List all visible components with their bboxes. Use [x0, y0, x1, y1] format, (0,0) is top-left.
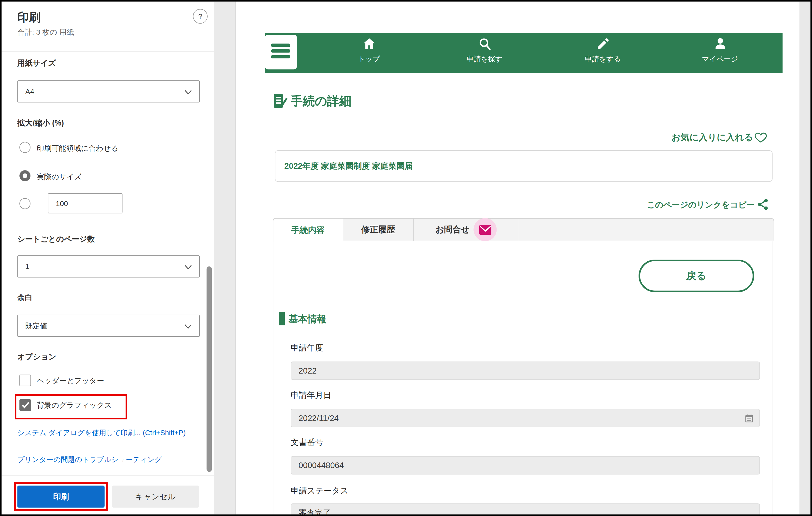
margins-select[interactable]: 既定値: [18, 315, 200, 337]
dialog-scrollbar-thumb[interactable]: [207, 267, 212, 472]
print-dialog-title: 印刷: [18, 9, 40, 25]
checkmark-icon: [20, 400, 30, 410]
custom-scale-input[interactable]: 100: [48, 193, 123, 213]
options-section-label: オプション: [18, 352, 57, 362]
pencil-icon: [596, 37, 610, 51]
field-label-year: 申請年度: [291, 343, 323, 354]
mail-icon: [479, 224, 492, 235]
nav-item-label: 申請をする: [558, 55, 648, 64]
field-label-docnumber: 文書番号: [291, 437, 323, 448]
margins-label: 余白: [18, 293, 33, 303]
pages-per-sheet-value: 1: [25, 262, 29, 271]
sheet-count-text: 合計: 3 枚の 用紙: [18, 28, 74, 37]
field-value-status: 審査完了: [291, 504, 760, 516]
print-button[interactable]: 印刷: [18, 486, 105, 508]
custom-scale-radio[interactable]: [20, 198, 30, 209]
background-graphics-label: 背景のグラフィックス: [37, 401, 112, 411]
calendar-icon: [745, 414, 753, 422]
margins-value: 既定値: [25, 322, 48, 330]
field-label-status: 申請ステータス: [291, 486, 348, 496]
header-footer-checkbox[interactable]: [20, 374, 31, 386]
field-value-docnumber: 0000448064: [291, 456, 760, 475]
print-dialog-panel: 印刷 合計: 3 枚の 用紙 ? 用紙サイズ A4 拡大/縮小 (%) 印刷可能…: [1, 1, 214, 514]
question-icon: ?: [198, 12, 202, 20]
nav-item-label: マイページ: [675, 55, 765, 64]
field-value-text: 審査完了: [298, 508, 331, 516]
footer-divider: [1, 475, 214, 476]
copy-page-link[interactable]: このページのリンクをコピー: [578, 198, 770, 211]
section-marker: [279, 312, 285, 325]
home-icon: [362, 37, 376, 51]
add-favorite-link[interactable]: お気に入りに入れる: [604, 131, 767, 144]
printer-troubleshoot-link[interactable]: プリンターの問題のトラブルシューティング: [18, 455, 162, 465]
field-value-text: 0000448064: [298, 461, 344, 469]
fit-printable-area-radio[interactable]: [20, 142, 30, 153]
field-value-text: 2022/11/24: [298, 414, 339, 422]
chevron-down-icon: [184, 90, 192, 95]
pages-per-sheet-label: シートごとのページ数: [18, 234, 95, 244]
procedure-detail-icon: [272, 93, 288, 109]
field-value-year: 2022: [291, 362, 760, 380]
nav-item-top[interactable]: トップ: [324, 37, 414, 64]
menu-button[interactable]: [265, 35, 297, 69]
tab-contact-label: お問合せ: [436, 218, 470, 241]
page-title: 手続の詳細: [291, 93, 351, 109]
pages-per-sheet-select[interactable]: 1: [18, 255, 200, 277]
nav-item-search[interactable]: 申請を探す: [440, 37, 529, 64]
section-title: 基本情報: [288, 313, 326, 325]
paper-size-value: A4: [25, 87, 34, 95]
preview-gutter: [214, 1, 236, 514]
share-icon: [757, 198, 769, 211]
tab-revision-history[interactable]: 修正履歴: [343, 218, 414, 241]
mail-icon-circle: [474, 218, 497, 241]
screenshot-root: 印刷 合計: 3 枚の 用紙 ? 用紙サイズ A4 拡大/縮小 (%) 印刷可能…: [0, 0, 812, 516]
back-button[interactable]: 戻る: [639, 260, 754, 292]
chevron-down-icon: [184, 265, 192, 269]
copy-page-link-label: このページのリンクをコピー: [647, 200, 755, 209]
background-graphics-checkbox[interactable]: [20, 399, 31, 411]
tab-procedure-content[interactable]: 手続内容: [273, 218, 343, 242]
system-dialog-print-link[interactable]: システム ダイアログを使用して印刷... (Ctrl+Shift+P): [18, 428, 186, 438]
field-value-text: 2022: [298, 366, 317, 375]
custom-scale-value: 100: [56, 199, 68, 208]
paper-size-label: 用紙サイズ: [18, 58, 56, 68]
chevron-down-icon: [184, 324, 192, 329]
hamburger-icon: [271, 49, 290, 53]
cancel-button[interactable]: キャンセル: [112, 486, 199, 508]
nav-item-label: トップ: [324, 55, 414, 64]
field-value-date: 2022/11/24: [291, 409, 760, 427]
fit-printable-area-label: 印刷可能領域に合わせる: [37, 144, 118, 153]
scale-section-label: 拡大/縮小 (%): [18, 118, 64, 128]
hamburger-icon: [271, 44, 290, 47]
field-label-date: 申請年月日: [291, 390, 331, 401]
nav-item-label: 申請を探す: [440, 55, 529, 64]
actual-size-radio[interactable]: [20, 170, 30, 181]
heart-icon: [754, 131, 767, 143]
add-favorite-label: お気に入りに入れる: [671, 132, 753, 143]
procedure-name: 2022年度 家庭菜園制度 家庭菜園届: [284, 161, 413, 172]
search-icon: [477, 37, 492, 51]
page-scrollbar[interactable]: [800, 1, 811, 514]
nav-item-apply[interactable]: 申請をする: [558, 37, 648, 64]
header-divider: [1, 51, 214, 52]
procedure-name-box: 2022年度 家庭菜園制度 家庭菜園届: [275, 150, 773, 182]
header-footer-label: ヘッダーとフッター: [37, 376, 104, 386]
person-icon: [713, 37, 727, 51]
help-button[interactable]: ?: [193, 9, 208, 24]
site-navbar: トップ 申請を探す 申請をする マイページ: [265, 33, 783, 73]
hamburger-icon: [271, 55, 290, 58]
tab-contact[interactable]: お問合せ: [414, 218, 519, 241]
actual-size-label: 実際のサイズ: [37, 173, 82, 182]
paper-size-select[interactable]: A4: [18, 80, 200, 102]
page-title-row: 手続の詳細: [272, 93, 288, 109]
nav-item-mypage[interactable]: マイページ: [675, 37, 765, 64]
